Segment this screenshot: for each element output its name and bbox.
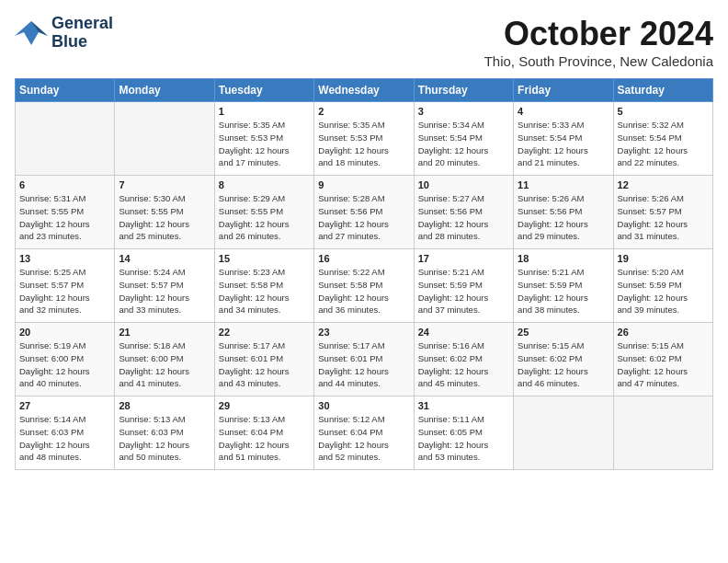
day-number: 16 <box>318 253 409 264</box>
day-number: 2 <box>318 106 409 117</box>
calendar-cell: 16Sunrise: 5:22 AM Sunset: 5:58 PM Dayli… <box>314 249 414 323</box>
calendar-header-row: SundayMondayTuesdayWednesdayThursdayFrid… <box>16 79 713 102</box>
calendar-cell: 12Sunrise: 5:26 AM Sunset: 5:57 PM Dayli… <box>613 176 712 249</box>
day-number: 5 <box>618 106 709 117</box>
header-thursday: Thursday <box>414 79 513 102</box>
day-detail: Sunrise: 5:20 AM Sunset: 5:59 PM Dayligh… <box>618 266 709 316</box>
day-number: 24 <box>418 327 509 338</box>
day-number: 25 <box>518 327 609 338</box>
day-detail: Sunrise: 5:24 AM Sunset: 5:57 PM Dayligh… <box>119 266 210 316</box>
day-detail: Sunrise: 5:26 AM Sunset: 5:57 PM Dayligh… <box>618 192 709 243</box>
day-number: 9 <box>318 179 409 190</box>
day-detail: Sunrise: 5:25 AM Sunset: 5:57 PM Dayligh… <box>19 266 110 316</box>
day-detail: Sunrise: 5:11 AM Sunset: 6:05 PM Dayligh… <box>418 413 509 464</box>
calendar-cell: 3Sunrise: 5:34 AM Sunset: 5:54 PM Daylig… <box>414 102 513 176</box>
day-number: 7 <box>119 179 210 190</box>
calendar-cell: 27Sunrise: 5:14 AM Sunset: 6:03 PM Dayli… <box>16 396 115 470</box>
day-number: 21 <box>119 327 210 338</box>
calendar-cell: 18Sunrise: 5:21 AM Sunset: 5:59 PM Dayli… <box>514 249 613 323</box>
day-detail: Sunrise: 5:31 AM Sunset: 5:55 PM Dayligh… <box>19 192 110 243</box>
day-number: 6 <box>19 179 110 190</box>
day-detail: Sunrise: 5:18 AM Sunset: 6:00 PM Dayligh… <box>119 339 210 390</box>
day-number: 29 <box>219 400 310 411</box>
calendar-table: SundayMondayTuesdayWednesdayThursdayFrid… <box>15 78 713 470</box>
calendar-week-3: 13Sunrise: 5:25 AM Sunset: 5:57 PM Dayli… <box>16 249 713 323</box>
calendar-cell: 14Sunrise: 5:24 AM Sunset: 5:57 PM Dayli… <box>115 249 214 323</box>
day-detail: Sunrise: 5:12 AM Sunset: 6:04 PM Dayligh… <box>318 413 409 464</box>
day-number: 22 <box>219 327 310 338</box>
calendar-week-1: 1Sunrise: 5:35 AM Sunset: 5:53 PM Daylig… <box>16 102 713 176</box>
day-detail: Sunrise: 5:14 AM Sunset: 6:03 PM Dayligh… <box>19 413 110 464</box>
day-detail: Sunrise: 5:30 AM Sunset: 5:55 PM Dayligh… <box>119 192 210 243</box>
day-number: 10 <box>418 179 509 190</box>
day-detail: Sunrise: 5:21 AM Sunset: 5:59 PM Dayligh… <box>518 266 609 316</box>
calendar-cell: 8Sunrise: 5:29 AM Sunset: 5:55 PM Daylig… <box>214 176 313 249</box>
calendar-cell: 25Sunrise: 5:15 AM Sunset: 6:02 PM Dayli… <box>514 323 613 396</box>
day-detail: Sunrise: 5:17 AM Sunset: 6:01 PM Dayligh… <box>219 339 310 390</box>
day-number: 13 <box>19 253 110 264</box>
calendar-cell: 23Sunrise: 5:17 AM Sunset: 6:01 PM Dayli… <box>314 323 414 396</box>
calendar-cell: 2Sunrise: 5:35 AM Sunset: 5:53 PM Daylig… <box>314 102 414 176</box>
calendar-cell: 28Sunrise: 5:13 AM Sunset: 6:03 PM Dayli… <box>115 396 214 470</box>
day-detail: Sunrise: 5:33 AM Sunset: 5:54 PM Dayligh… <box>518 119 609 169</box>
calendar-cell: 6Sunrise: 5:31 AM Sunset: 5:55 PM Daylig… <box>16 176 115 249</box>
calendar-cell: 5Sunrise: 5:32 AM Sunset: 5:54 PM Daylig… <box>613 102 712 176</box>
calendar-cell <box>16 102 115 176</box>
header-wednesday: Wednesday <box>314 79 414 102</box>
day-number: 12 <box>618 179 709 190</box>
calendar-week-5: 27Sunrise: 5:14 AM Sunset: 6:03 PM Dayli… <box>16 396 713 470</box>
day-detail: Sunrise: 5:13 AM Sunset: 6:04 PM Dayligh… <box>219 413 310 464</box>
day-number: 18 <box>518 253 609 264</box>
day-number: 4 <box>518 106 609 117</box>
day-detail: Sunrise: 5:21 AM Sunset: 5:59 PM Dayligh… <box>418 266 509 316</box>
day-number: 15 <box>219 253 310 264</box>
header-monday: Monday <box>115 79 214 102</box>
day-number: 30 <box>318 400 409 411</box>
header-sunday: Sunday <box>16 79 115 102</box>
calendar-cell: 21Sunrise: 5:18 AM Sunset: 6:00 PM Dayli… <box>115 323 214 396</box>
logo-text: General Blue <box>51 15 113 52</box>
day-number: 1 <box>219 106 310 117</box>
day-number: 28 <box>119 400 210 411</box>
day-number: 3 <box>418 106 509 117</box>
logo: General Blue <box>15 15 113 52</box>
day-detail: Sunrise: 5:16 AM Sunset: 6:02 PM Dayligh… <box>418 339 509 390</box>
day-number: 20 <box>19 327 110 338</box>
calendar-week-4: 20Sunrise: 5:19 AM Sunset: 6:00 PM Dayli… <box>16 323 713 396</box>
page-header: General Blue October 2024 Thio, South Pr… <box>15 15 713 69</box>
day-detail: Sunrise: 5:32 AM Sunset: 5:54 PM Dayligh… <box>618 119 709 169</box>
calendar-cell: 4Sunrise: 5:33 AM Sunset: 5:54 PM Daylig… <box>514 102 613 176</box>
calendar-cell: 17Sunrise: 5:21 AM Sunset: 5:59 PM Dayli… <box>414 249 513 323</box>
header-tuesday: Tuesday <box>214 79 313 102</box>
day-number: 26 <box>618 327 709 338</box>
calendar-cell: 1Sunrise: 5:35 AM Sunset: 5:53 PM Daylig… <box>214 102 313 176</box>
calendar-cell: 31Sunrise: 5:11 AM Sunset: 6:05 PM Dayli… <box>414 396 513 470</box>
calendar-cell: 26Sunrise: 5:15 AM Sunset: 6:02 PM Dayli… <box>613 323 712 396</box>
logo-icon <box>15 19 48 47</box>
day-detail: Sunrise: 5:29 AM Sunset: 5:55 PM Dayligh… <box>219 192 310 243</box>
calendar-cell: 29Sunrise: 5:13 AM Sunset: 6:04 PM Dayli… <box>214 396 313 470</box>
calendar-cell: 19Sunrise: 5:20 AM Sunset: 5:59 PM Dayli… <box>613 249 712 323</box>
header-saturday: Saturday <box>613 79 712 102</box>
header-friday: Friday <box>514 79 613 102</box>
day-detail: Sunrise: 5:28 AM Sunset: 5:56 PM Dayligh… <box>318 192 409 243</box>
day-detail: Sunrise: 5:27 AM Sunset: 5:56 PM Dayligh… <box>418 192 509 243</box>
calendar-cell <box>514 396 613 470</box>
calendar-cell: 20Sunrise: 5:19 AM Sunset: 6:00 PM Dayli… <box>16 323 115 396</box>
day-number: 19 <box>618 253 709 264</box>
calendar-cell: 10Sunrise: 5:27 AM Sunset: 5:56 PM Dayli… <box>414 176 513 249</box>
day-number: 11 <box>518 179 609 190</box>
calendar-cell: 13Sunrise: 5:25 AM Sunset: 5:57 PM Dayli… <box>16 249 115 323</box>
calendar-cell: 7Sunrise: 5:30 AM Sunset: 5:55 PM Daylig… <box>115 176 214 249</box>
calendar-cell: 15Sunrise: 5:23 AM Sunset: 5:58 PM Dayli… <box>214 249 313 323</box>
day-number: 8 <box>219 179 310 190</box>
calendar-cell: 24Sunrise: 5:16 AM Sunset: 6:02 PM Dayli… <box>414 323 513 396</box>
day-number: 27 <box>19 400 110 411</box>
day-number: 17 <box>418 253 509 264</box>
day-detail: Sunrise: 5:26 AM Sunset: 5:56 PM Dayligh… <box>518 192 609 243</box>
calendar-body: 1Sunrise: 5:35 AM Sunset: 5:53 PM Daylig… <box>16 102 713 470</box>
calendar-cell: 11Sunrise: 5:26 AM Sunset: 5:56 PM Dayli… <box>514 176 613 249</box>
day-detail: Sunrise: 5:35 AM Sunset: 5:53 PM Dayligh… <box>219 119 310 169</box>
day-number: 14 <box>119 253 210 264</box>
calendar-cell: 30Sunrise: 5:12 AM Sunset: 6:04 PM Dayli… <box>314 396 414 470</box>
